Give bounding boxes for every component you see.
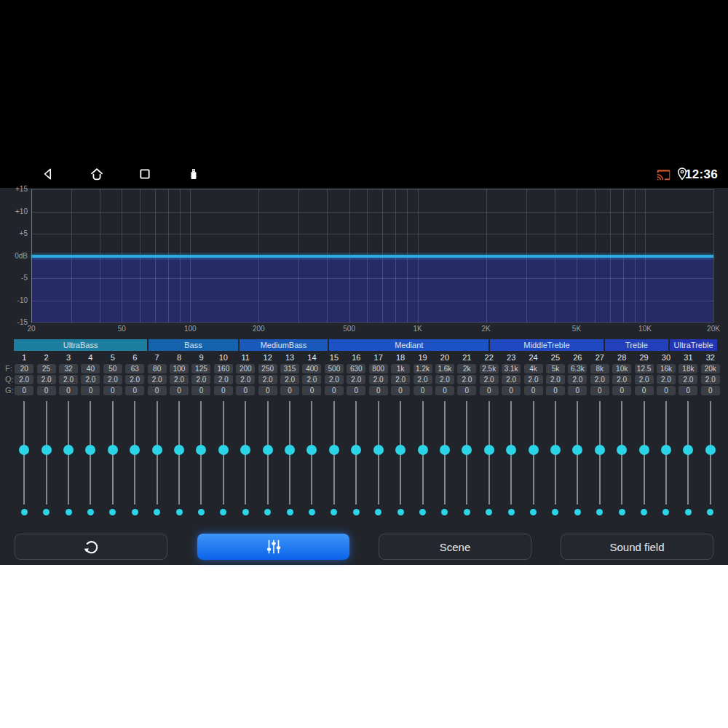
gain-slider-knob[interactable]: [395, 445, 405, 455]
band-column: 20k: [700, 363, 721, 373]
band-q-value: 2.0: [37, 375, 56, 384]
band-column: [345, 508, 367, 515]
gain-slider-track[interactable]: [223, 401, 224, 505]
gain-slider-track[interactable]: [245, 401, 246, 505]
band-column: 16: [345, 352, 367, 362]
gain-slider-track[interactable]: [665, 401, 667, 505]
scene-button[interactable]: Scene: [379, 534, 531, 560]
gain-slider-track[interactable]: [533, 401, 534, 505]
gain-slider-knob[interactable]: [595, 445, 605, 455]
gain-slider-knob[interactable]: [41, 445, 52, 455]
band-column: 10: [213, 352, 234, 362]
gain-slider-track[interactable]: [577, 401, 578, 505]
band-column: [146, 508, 167, 515]
back-icon[interactable]: [40, 166, 56, 182]
gain-slider-track[interactable]: [112, 401, 114, 505]
band-number: 27: [596, 353, 604, 362]
gain-slider-knob[interactable]: [263, 445, 273, 455]
gain-slider-knob[interactable]: [440, 445, 450, 455]
gain-slider-knob[interactable]: [705, 445, 716, 455]
gain-slider-track[interactable]: [400, 401, 401, 505]
gain-slider-knob[interactable]: [572, 445, 582, 455]
usb-icon[interactable]: [186, 166, 202, 182]
gain-slider-track[interactable]: [710, 401, 711, 505]
band-number: 24: [529, 353, 537, 362]
gain-slider-track[interactable]: [333, 401, 335, 505]
gain-slider-track[interactable]: [311, 401, 312, 505]
gain-slider-knob[interactable]: [63, 445, 74, 455]
gain-slider-knob[interactable]: [351, 445, 361, 455]
band-column: 1.2k: [411, 363, 433, 373]
gain-slider-track[interactable]: [46, 401, 47, 505]
gain-slider-track[interactable]: [644, 401, 645, 505]
band-frequency-value: 50: [103, 364, 122, 373]
band-column: 2k: [456, 363, 478, 373]
gain-slider-track[interactable]: [90, 401, 91, 505]
gain-slider-knob[interactable]: [329, 445, 339, 455]
band-column: 0: [655, 385, 677, 395]
gain-slider-track[interactable]: [488, 401, 490, 505]
gain-slider-knob[interactable]: [462, 445, 472, 455]
gain-slider-knob[interactable]: [174, 445, 184, 455]
band-column: 32: [700, 352, 721, 362]
gain-slider-knob[interactable]: [373, 445, 384, 455]
gain-slider-knob[interactable]: [529, 445, 539, 455]
gain-slider-track[interactable]: [444, 401, 446, 505]
y-axis-tick-label: -10: [0, 297, 28, 304]
gain-slider-knob[interactable]: [550, 445, 561, 455]
band-column: 0: [102, 385, 124, 395]
equalizer-tab-button[interactable]: [197, 534, 349, 560]
band-frequency-value: 1.6k: [435, 364, 454, 373]
sound-field-button[interactable]: Sound field: [561, 534, 713, 560]
gain-slider-knob[interactable]: [639, 445, 649, 455]
gain-slider-knob[interactable]: [617, 445, 627, 455]
gain-slider-knob[interactable]: [484, 445, 494, 455]
gain-slider-track[interactable]: [200, 401, 202, 505]
gain-slider-track[interactable]: [355, 401, 357, 505]
gain-slider-track[interactable]: [466, 401, 467, 505]
gain-slider-knob[interactable]: [85, 445, 95, 455]
cast-icon[interactable]: [656, 167, 670, 181]
home-icon[interactable]: [89, 166, 105, 182]
band-frequency-value: 630: [347, 364, 365, 373]
gain-slider-track[interactable]: [267, 401, 269, 505]
gain-slider-knob[interactable]: [240, 445, 250, 455]
gain-slider-knob[interactable]: [19, 445, 29, 455]
gain-slider-knob[interactable]: [285, 445, 295, 455]
gain-slider-knob[interactable]: [418, 445, 428, 455]
band-number: 16: [352, 353, 360, 362]
gain-slider-track[interactable]: [687, 401, 689, 505]
gain-slider-track[interactable]: [68, 401, 69, 505]
gain-slider-track[interactable]: [599, 401, 601, 505]
band-frequency-value: 800: [369, 364, 388, 373]
recents-icon[interactable]: [137, 166, 153, 182]
band-column: 0: [256, 385, 278, 395]
gain-slider-track[interactable]: [134, 401, 135, 505]
band-q-value: 2.0: [59, 375, 78, 384]
band-gain-value: 0: [590, 386, 609, 395]
gain-slider-knob[interactable]: [661, 445, 671, 455]
gain-slider-track[interactable]: [555, 401, 556, 505]
gain-slider-knob[interactable]: [108, 445, 118, 455]
gain-slider-knob[interactable]: [306, 445, 317, 455]
gain-slider-track[interactable]: [378, 401, 379, 505]
gain-slider-knob[interactable]: [130, 445, 140, 455]
gain-slider-track[interactable]: [178, 401, 180, 505]
band-frequency-value: 32: [59, 364, 78, 373]
gain-slider-track[interactable]: [157, 401, 158, 505]
band-column: [478, 399, 500, 505]
band-column: 20: [434, 352, 456, 362]
reset-button[interactable]: [15, 534, 167, 560]
band-gain-value: 0: [37, 386, 56, 395]
gain-slider-knob[interactable]: [196, 445, 206, 455]
gain-slider-track[interactable]: [289, 401, 290, 505]
gain-slider-track[interactable]: [422, 401, 424, 505]
gain-slider-track[interactable]: [621, 401, 622, 505]
gain-slider-knob[interactable]: [506, 445, 516, 455]
gain-slider-knob[interactable]: [218, 445, 229, 455]
gain-slider-knob[interactable]: [152, 445, 162, 455]
gain-slider-track[interactable]: [510, 401, 512, 505]
gain-slider-track[interactable]: [23, 401, 25, 505]
gain-slider-knob[interactable]: [683, 445, 693, 455]
band-indicator-dot: [66, 509, 72, 515]
